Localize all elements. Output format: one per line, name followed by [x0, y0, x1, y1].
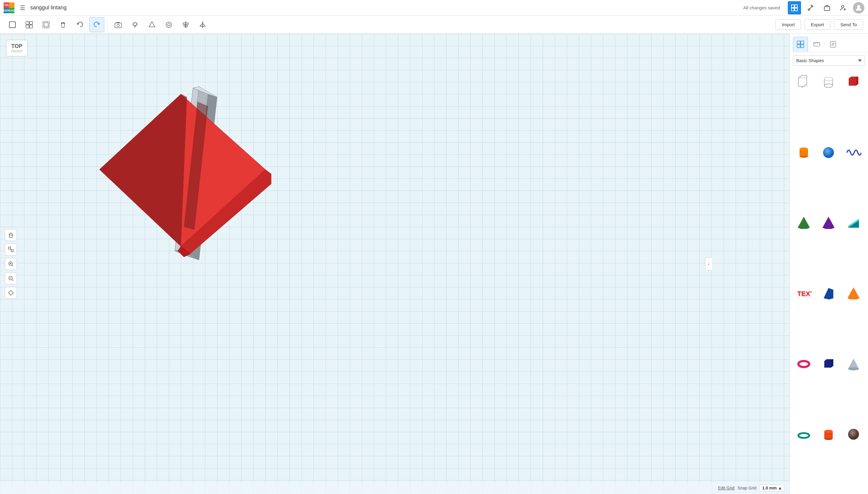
new-button[interactable] [5, 17, 20, 32]
edit-grid-button[interactable]: Edit Grid [718, 486, 734, 490]
delete-button[interactable] [56, 17, 71, 32]
shape-item-wireframe-box[interactable] [793, 71, 815, 93]
redo-button[interactable] [89, 17, 104, 32]
fit-button[interactable] [5, 243, 17, 255]
shape-item-3d-text[interactable]: TEXTTEXT [793, 283, 815, 304]
svg-point-98 [848, 367, 859, 370]
svg-rect-16 [44, 23, 48, 27]
svg-rect-51 [797, 41, 800, 44]
shapes-category-dropdown[interactable]: Basic Shapes [793, 55, 865, 66]
view-label-sub: FRONT [11, 50, 23, 53]
menu-icon[interactable]: ☰ [20, 4, 25, 12]
shapes-grid: TEXTTEXT [790, 69, 868, 494]
logo-ker: KER [4, 8, 9, 13]
tab-grid[interactable] [793, 37, 808, 52]
tab-ruler[interactable] [809, 37, 824, 52]
export-button[interactable]: Export [805, 19, 830, 30]
svg-point-77 [799, 148, 808, 151]
align-button[interactable] [178, 17, 193, 32]
svg-rect-54 [801, 45, 804, 48]
logo-cad: CAD [9, 8, 15, 13]
logo-top-right [9, 2, 15, 8]
shape-item-blue-prism[interactable] [818, 283, 840, 304]
save-status: All changes saved [743, 5, 780, 10]
svg-marker-92 [848, 287, 860, 300]
undo-button[interactable] [72, 17, 88, 32]
svg-marker-27 [200, 23, 202, 26]
svg-rect-41 [8, 247, 11, 249]
shape-item-orange-cylinder[interactable] [793, 142, 815, 164]
svg-marker-28 [202, 23, 205, 26]
svg-marker-50 [8, 290, 13, 295]
shape-item-orange-cylinder2[interactable] [818, 423, 840, 445]
shape-item-green-pyramid[interactable] [793, 212, 815, 234]
svg-point-19 [134, 23, 137, 26]
shape-item-wireframe-cylinder[interactable] [818, 71, 840, 93]
svg-rect-2 [791, 8, 794, 11]
svg-rect-12 [30, 21, 33, 24]
svg-marker-74 [856, 77, 859, 86]
zoom-out-button[interactable] [5, 272, 17, 284]
svg-text:TEXT: TEXT [798, 290, 812, 298]
right-panel: Basic Shapes [790, 34, 868, 494]
app-logo: TIN KER CAD [4, 2, 15, 13]
shape-item-teal-torus[interactable] [793, 423, 815, 445]
shape-item-blue-sphere[interactable] [818, 142, 840, 164]
svg-line-49 [12, 280, 13, 281]
shape-item-yellow-pyramid[interactable] [843, 283, 864, 304]
canvas-area[interactable]: TOP FRONT [0, 34, 790, 494]
shape-item-gray-cone[interactable] [843, 353, 864, 375]
svg-point-6 [842, 5, 844, 8]
view-label: TOP FRONT [6, 40, 28, 56]
svg-point-21 [166, 22, 172, 27]
grid-view-button[interactable] [788, 1, 801, 15]
avatar[interactable] [853, 2, 864, 14]
import-button[interactable]: Import [775, 19, 801, 30]
svg-marker-80 [798, 217, 810, 229]
red-diamond [98, 94, 271, 257]
home-button[interactable] [5, 229, 17, 241]
object-view-button[interactable] [5, 287, 17, 299]
svg-point-69 [824, 84, 833, 88]
zoom-in-button[interactable] [5, 258, 17, 270]
group-button[interactable] [22, 17, 37, 32]
shape-item-teal-wedge[interactable] [843, 212, 864, 234]
adjust-button[interactable] [161, 17, 176, 32]
svg-line-67 [798, 75, 802, 78]
light-button[interactable] [128, 17, 142, 32]
shape-item-navy-box[interactable] [818, 353, 840, 375]
camera-button[interactable] [111, 17, 126, 32]
svg-point-68 [824, 77, 833, 81]
tab-notes[interactable] [826, 37, 841, 52]
send-to-button[interactable]: Send To [834, 19, 863, 30]
svg-marker-90 [824, 288, 833, 300]
snap-grid-label: Snap Grid [737, 486, 756, 490]
shape-item-brown-sphere[interactable] [843, 423, 864, 445]
ungroup-button[interactable] [39, 17, 54, 32]
add-user-button[interactable] [837, 1, 850, 15]
svg-rect-53 [797, 45, 800, 48]
top-bar: TIN KER CAD ☰ sanggul lintang All change… [0, 0, 868, 16]
svg-line-46 [12, 265, 13, 266]
svg-rect-1 [795, 5, 797, 7]
panel-collapse-button[interactable]: › [705, 257, 712, 270]
shape-item-purple-pyramid[interactable] [818, 212, 840, 234]
shape-item-pink-torus[interactable] [793, 353, 815, 375]
shape-tool-button[interactable] [144, 17, 159, 32]
svg-rect-10 [9, 22, 15, 28]
svg-point-93 [798, 361, 809, 367]
svg-point-18 [117, 24, 119, 26]
svg-point-103 [824, 430, 833, 433]
briefcase-button[interactable] [821, 1, 834, 15]
mirror-button[interactable] [195, 17, 210, 32]
svg-rect-42 [11, 250, 13, 252]
svg-rect-55 [814, 42, 820, 46]
shape-item-red-box[interactable] [843, 71, 864, 93]
shape-container [91, 79, 271, 260]
shape-item-waveform[interactable] [843, 142, 864, 164]
tools-button[interactable] [804, 1, 817, 15]
svg-rect-5 [824, 7, 830, 11]
svg-rect-13 [26, 25, 29, 28]
snap-value[interactable]: 1.0 mm ▲ [759, 484, 785, 491]
svg-marker-97 [848, 359, 859, 369]
